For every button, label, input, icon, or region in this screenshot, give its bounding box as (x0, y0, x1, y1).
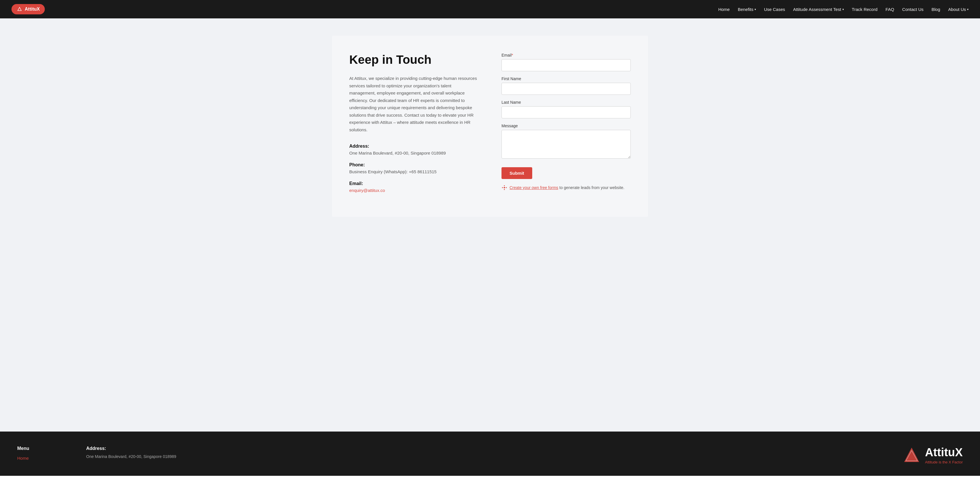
message-label: Message (501, 124, 631, 128)
nav-item-track-record[interactable]: Track Record (852, 7, 877, 12)
hubspot-link[interactable]: Create your own free forms (509, 185, 558, 190)
email-value: enquiry@attitux.co (349, 188, 479, 193)
submit-button[interactable]: Submit (501, 167, 532, 179)
email-section: Email: enquiry@attitux.co (349, 181, 479, 193)
contact-info: Keep in Touch At Attitux, we specialize … (349, 53, 479, 200)
contact-form: Email* First Name Last Name Message Subm… (501, 53, 631, 200)
nav-item-faq[interactable]: FAQ (886, 7, 894, 12)
main-content: Keep in Touch At Attitux, we specialize … (0, 18, 980, 432)
nav-item-about[interactable]: About Us ▾ (948, 7, 969, 12)
description: At Attitux, we specialize in providing c… (349, 75, 479, 133)
nav-item-benefits[interactable]: Benefits ▾ (738, 7, 756, 12)
footer-menu-heading: Menu (17, 446, 63, 451)
address-label: Address: (349, 143, 479, 149)
email-field-label: Email* (501, 53, 631, 57)
email-input[interactable] (501, 59, 631, 71)
navbar: AttituX Home Benefits ▾ Use Cases Attitu… (0, 0, 980, 18)
hubspot-icon (501, 185, 507, 191)
logo-icon (17, 6, 22, 12)
page-title: Keep in Touch (349, 53, 479, 67)
phone-label: Phone: (349, 162, 479, 167)
contact-card: Keep in Touch At Attitux, we specialize … (332, 36, 648, 217)
logo-text: AttituX (25, 6, 40, 12)
email-field-group: Email* (501, 53, 631, 71)
message-input[interactable] (501, 130, 631, 159)
nav-item-contact[interactable]: Contact Us (902, 7, 923, 12)
address-value: One Marina Boulevard, #20-00, Singapore … (349, 151, 479, 155)
footer-menu-item-home[interactable]: Home (17, 456, 63, 460)
last-name-label: Last Name (501, 100, 631, 105)
message-field-group: Message (501, 124, 631, 160)
chevron-down-icon: ▾ (967, 8, 969, 11)
nav-menu: Home Benefits ▾ Use Cases Attitude Asses… (718, 7, 969, 12)
footer-address-heading: Address: (86, 446, 177, 451)
chevron-down-icon: ▾ (754, 8, 756, 11)
phone-value: Business Enquiry (WhatsApp): +65 8611151… (349, 169, 479, 174)
hubspot-note: Create your own free forms to generate l… (501, 185, 631, 191)
chevron-down-icon: ▾ (842, 8, 844, 11)
nav-item-home[interactable]: Home (718, 7, 730, 12)
footer-logo-text: AttituX (925, 446, 963, 459)
footer-tagline: Attitude is the X Factor (925, 460, 963, 464)
email-link[interactable]: enquiry@attitux.co (349, 188, 385, 193)
footer-address: Address: One Marina Boulevard, #20-00, S… (86, 446, 177, 460)
nav-item-blog[interactable]: Blog (931, 7, 940, 12)
nav-item-attitude-assessment[interactable]: Attitude Assessment Test ▾ (793, 7, 843, 12)
footer-menu: Menu Home (17, 446, 63, 462)
first-name-field-group: First Name (501, 76, 631, 95)
logo[interactable]: AttituX (11, 4, 45, 14)
phone-section: Phone: Business Enquiry (WhatsApp): +65 … (349, 162, 479, 174)
footer: Menu Home Address: One Marina Boulevard,… (0, 432, 980, 476)
svg-point-0 (504, 187, 505, 188)
footer-address-value: One Marina Boulevard, #20-00, Singapore … (86, 453, 177, 460)
address-section: Address: One Marina Boulevard, #20-00, S… (349, 143, 479, 155)
footer-brand: AttituX Attitude is the X Factor (903, 446, 963, 464)
first-name-input[interactable] (501, 83, 631, 95)
last-name-input[interactable] (501, 106, 631, 118)
email-label: Email: (349, 181, 479, 186)
footer-logo-icon (903, 446, 920, 464)
first-name-label: First Name (501, 76, 631, 81)
nav-item-use-cases[interactable]: Use Cases (764, 7, 785, 12)
last-name-field-group: Last Name (501, 100, 631, 118)
